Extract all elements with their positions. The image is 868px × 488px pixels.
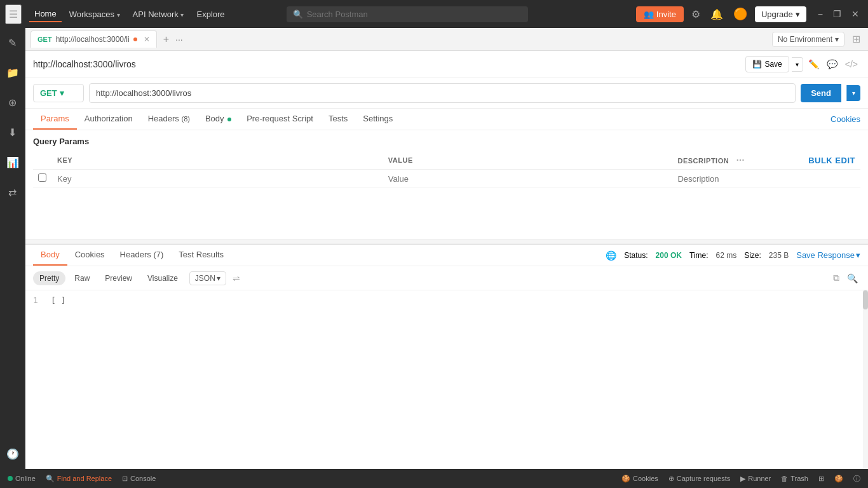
tab-method-badge: GET xyxy=(37,36,52,43)
tab-authorization[interactable]: Authorization xyxy=(77,109,140,130)
close-button[interactable]: ✕ xyxy=(848,6,863,22)
trash-icon: 🗑 xyxy=(781,475,788,482)
online-status[interactable]: Online xyxy=(8,475,36,482)
console-icon: ⊡ xyxy=(122,475,128,483)
col-more-icon[interactable]: ··· xyxy=(736,155,745,165)
save-response-button[interactable]: Save Response ▾ xyxy=(796,250,860,260)
runner-button[interactable]: ▶ Runner xyxy=(740,475,771,483)
body-has-data-dot xyxy=(227,118,231,121)
maximize-button[interactable]: ❐ xyxy=(829,6,845,22)
active-request-tab[interactable]: GET http://localhost:3000/li ✕ xyxy=(31,30,157,48)
runner-icon: ▶ xyxy=(740,475,745,483)
tab-more-icon[interactable]: ··· xyxy=(175,34,183,44)
method-arrow-icon: ▾ xyxy=(60,88,64,98)
environment-selector[interactable]: No Environment ▾ xyxy=(772,32,844,47)
tab-close-icon[interactable]: ✕ xyxy=(144,35,150,44)
cookies-link[interactable]: Cookies xyxy=(831,114,860,124)
sidebar-import-icon[interactable]: ⬇ xyxy=(4,123,20,142)
edit-icon[interactable]: ✏️ xyxy=(806,57,822,72)
find-icon: 🔍 xyxy=(46,475,55,483)
bulk-edit-button[interactable]: Bulk Edit xyxy=(808,156,855,165)
capture-requests-button[interactable]: ⊕ Capture requests xyxy=(668,475,730,483)
status-value: 200 OK xyxy=(656,251,682,260)
window-controls: − ❐ ✕ xyxy=(814,6,863,22)
tab-pre-request[interactable]: Pre-request Script xyxy=(239,109,321,130)
size-value: 235 B xyxy=(769,251,789,260)
search-response-button[interactable]: 🔍 xyxy=(844,270,860,286)
response-format-bar: Pretty Raw Preview Visualize JSON ▾ ⇌ ⧉ … xyxy=(25,266,868,290)
key-input[interactable] xyxy=(57,174,378,184)
table-row xyxy=(33,170,860,188)
hamburger-menu-icon[interactable]: ☰ xyxy=(5,4,22,24)
invite-icon: 👥 xyxy=(644,10,654,19)
sidebar-flows-icon[interactable]: ⇄ xyxy=(4,182,20,202)
nav-workspaces[interactable]: Workspaces ▾ xyxy=(64,7,125,22)
minimize-button[interactable]: − xyxy=(814,6,827,22)
key-cell xyxy=(52,170,383,188)
add-tab-button[interactable]: + xyxy=(159,31,173,48)
upgrade-button[interactable]: Upgrade ▾ xyxy=(755,6,806,22)
avatar-icon[interactable]: 🟠 xyxy=(731,4,750,24)
save-arrow-button[interactable]: ▾ xyxy=(792,57,803,72)
environment-settings-icon[interactable]: ⊞ xyxy=(850,30,863,48)
sidebar-history-icon[interactable]: 🕐 xyxy=(3,444,23,464)
invite-button[interactable]: 👥 Invite xyxy=(636,6,684,22)
response-code-area: 1 [ ] xyxy=(25,290,868,469)
nav-explore[interactable]: Explore xyxy=(191,7,229,22)
resp-tab-cookies[interactable]: Cookies xyxy=(67,245,112,266)
save-button[interactable]: 💾 Save xyxy=(745,56,789,72)
cookies-button[interactable]: 🍪 Cookies xyxy=(621,475,658,483)
response-section: Body Cookies Headers (7) Test Results 🌐 … xyxy=(25,244,868,469)
code-content: [ ] xyxy=(51,295,65,305)
tab-headers[interactable]: Headers (8) xyxy=(140,109,198,130)
resp-tab-headers[interactable]: Headers (7) xyxy=(112,245,172,266)
time-value: 62 ms xyxy=(715,251,736,260)
nav-api-network[interactable]: API Network ▾ xyxy=(128,7,189,22)
format-preview-button[interactable]: Preview xyxy=(98,271,139,285)
search-bar[interactable]: 🔍 xyxy=(287,6,528,22)
wrap-text-button[interactable]: ⇌ xyxy=(230,271,243,286)
sidebar-new-icon[interactable]: ✎ xyxy=(4,33,20,53)
console-button[interactable]: ⊡ Console xyxy=(122,475,156,483)
tab-settings[interactable]: Settings xyxy=(355,109,400,130)
trash-button[interactable]: 🗑 Trash xyxy=(781,475,808,482)
checkbox-cell xyxy=(33,170,52,188)
method-selector[interactable]: GET ▾ xyxy=(33,84,84,102)
send-button[interactable]: Send xyxy=(801,84,841,102)
code-icon[interactable]: </> xyxy=(843,57,860,72)
response-tabs-bar: Body Cookies Headers (7) Test Results 🌐 … xyxy=(25,245,868,266)
nav-home[interactable]: Home xyxy=(29,6,62,22)
send-dropdown-button[interactable]: ▾ xyxy=(846,85,860,101)
layout-button[interactable]: ⊞ xyxy=(818,475,824,483)
query-params-title: Query Params xyxy=(33,137,860,146)
param-checkbox[interactable] xyxy=(38,173,46,182)
scroll-thumb[interactable] xyxy=(863,290,868,309)
tab-tests[interactable]: Tests xyxy=(321,109,355,130)
help-button[interactable]: ⓘ xyxy=(853,474,860,484)
notification-icon[interactable]: 🔔 xyxy=(708,6,726,23)
resp-tab-test-results[interactable]: Test Results xyxy=(171,245,231,266)
sidebar-collections-icon[interactable]: 📁 xyxy=(3,63,23,83)
url-input[interactable] xyxy=(89,83,796,103)
tab-body[interactable]: Body xyxy=(198,109,239,130)
search-input[interactable] xyxy=(307,10,522,19)
resize-divider[interactable] xyxy=(25,239,868,244)
format-pretty-button[interactable]: Pretty xyxy=(33,271,65,285)
comment-icon[interactable]: 💬 xyxy=(824,57,840,72)
cookie-icon-button[interactable]: 🍪 xyxy=(834,475,843,483)
copy-response-button[interactable]: ⧉ xyxy=(831,270,842,286)
sidebar-monitor-icon[interactable]: 📊 xyxy=(3,152,23,172)
settings-icon[interactable]: ⚙ xyxy=(689,6,703,23)
find-replace-button[interactable]: 🔍 Find and Replace xyxy=(46,475,112,483)
scroll-track[interactable] xyxy=(863,290,868,469)
resp-tab-body[interactable]: Body xyxy=(33,245,67,266)
tab-params[interactable]: Params xyxy=(33,109,77,130)
cookie-icon: 🍪 xyxy=(834,475,843,483)
sidebar-environments-icon[interactable]: ⊛ xyxy=(4,93,20,112)
description-input[interactable] xyxy=(677,174,794,184)
format-visualize-button[interactable]: Visualize xyxy=(141,271,184,285)
main-content: GET http://localhost:3000/li ✕ + ··· No … xyxy=(25,28,868,469)
format-raw-button[interactable]: Raw xyxy=(68,271,96,285)
value-input[interactable] xyxy=(388,174,668,184)
json-format-selector[interactable]: JSON ▾ xyxy=(189,271,226,285)
